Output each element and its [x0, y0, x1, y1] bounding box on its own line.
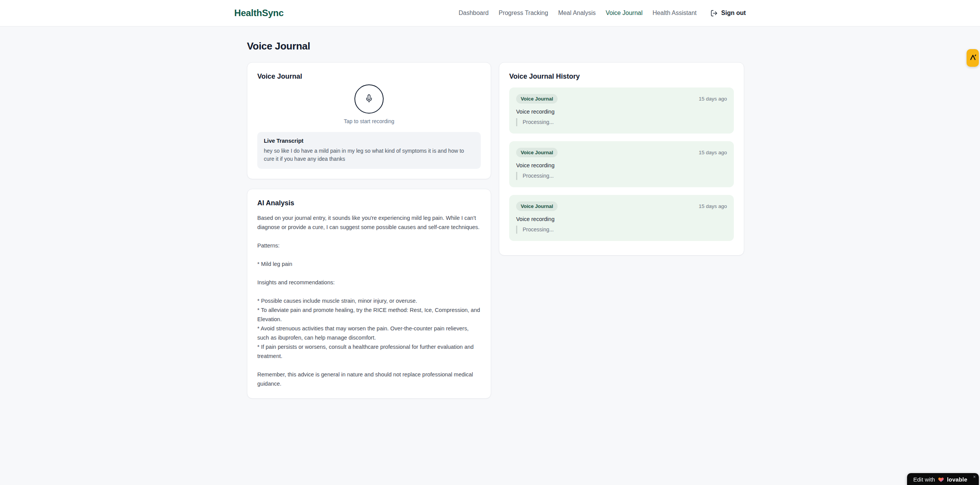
- transcript-text: hey so like I do have a mild pain in my …: [264, 147, 474, 163]
- transcript-title: Live Transcript: [264, 138, 474, 144]
- live-transcript-box: Live Transcript hey so like I do have a …: [257, 132, 481, 169]
- history-card-title: Voice Journal History: [509, 73, 734, 81]
- right-column: Voice Journal History Voice Journal 15 d…: [499, 62, 744, 256]
- main-content: Voice Journal Voice Journal Tap to start…: [234, 26, 746, 399]
- lovable-prefix: Edit with: [913, 476, 935, 483]
- side-widget-tab[interactable]: [967, 49, 979, 67]
- history-card: Voice Journal History Voice Journal 15 d…: [499, 62, 744, 256]
- nav-voice-journal[interactable]: Voice Journal: [606, 10, 642, 16]
- record-button[interactable]: [354, 84, 384, 114]
- entry-timestamp: 15 days ago: [699, 203, 727, 209]
- nav-dashboard[interactable]: Dashboard: [459, 10, 488, 16]
- history-list: Voice Journal 15 days ago Voice recordin…: [509, 87, 734, 241]
- lovable-badge[interactable]: Edit with lovable ×: [907, 473, 979, 485]
- record-hint: Tap to start recording: [257, 118, 481, 124]
- microphone-icon: [365, 94, 373, 104]
- nav-progress-tracking[interactable]: Progress Tracking: [498, 10, 548, 16]
- entry-status: Processing...: [516, 226, 727, 234]
- close-icon[interactable]: ×: [973, 474, 976, 480]
- entry-status: Processing...: [516, 118, 727, 126]
- entry-text: Voice recording: [516, 109, 727, 115]
- sign-out-button[interactable]: Sign out: [710, 10, 746, 17]
- entry-status: Processing...: [516, 172, 727, 180]
- nav-health-assistant[interactable]: Health Assistant: [652, 10, 697, 16]
- main-nav: Dashboard Progress Tracking Meal Analysi…: [459, 10, 746, 17]
- sign-out-label: Sign out: [721, 10, 746, 16]
- top-nav: HealthSync Dashboard Progress Tracking M…: [0, 0, 980, 26]
- entry-type-badge: Voice Journal: [516, 94, 558, 104]
- nav-meal-analysis[interactable]: Meal Analysis: [558, 10, 596, 16]
- history-entry[interactable]: Voice Journal 15 days ago Voice recordin…: [509, 87, 734, 134]
- voice-recorder-card: Voice Journal Tap to start recording Liv…: [247, 62, 491, 179]
- analysis-card-title: AI Analysis: [257, 199, 481, 207]
- page-title: Voice Journal: [247, 40, 746, 52]
- recorder-card-title: Voice Journal: [257, 73, 481, 81]
- logo-icon: [969, 54, 977, 63]
- log-out-icon: [710, 10, 718, 17]
- entry-text: Voice recording: [516, 216, 727, 222]
- left-column: Voice Journal Tap to start recording Liv…: [247, 62, 491, 399]
- analysis-text: Based on your journal entry, it sounds l…: [257, 213, 481, 388]
- entry-type-badge: Voice Journal: [516, 201, 558, 211]
- history-entry[interactable]: Voice Journal 15 days ago Voice recordin…: [509, 141, 734, 187]
- history-entry[interactable]: Voice Journal 15 days ago Voice recordin…: [509, 195, 734, 241]
- heart-icon: [938, 477, 944, 484]
- ai-analysis-card: AI Analysis Based on your journal entry,…: [247, 189, 491, 399]
- entry-text: Voice recording: [516, 162, 727, 168]
- entry-type-badge: Voice Journal: [516, 148, 558, 157]
- entry-timestamp: 15 days ago: [699, 150, 727, 155]
- app-logo[interactable]: HealthSync: [234, 8, 284, 18]
- lovable-brand: lovable: [947, 476, 967, 483]
- entry-timestamp: 15 days ago: [699, 96, 727, 102]
